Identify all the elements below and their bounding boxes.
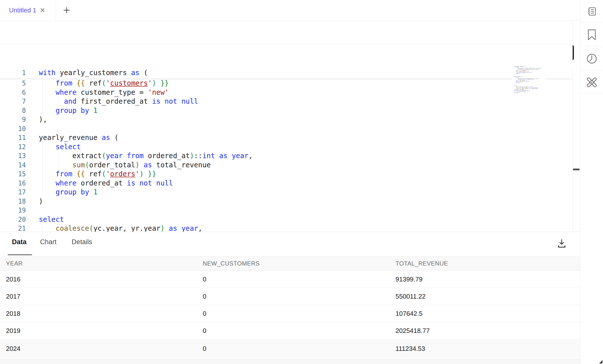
cell-year: 2019: [0, 327, 197, 335]
code-line-18: 18): [0, 197, 573, 206]
cell-year: 2018: [0, 310, 197, 318]
indent-guide: [42, 79, 43, 114]
cell-total-revenue: 111234.53: [390, 345, 580, 353]
code-line-14: 14 sum(order_total) as total_revenue: [0, 161, 573, 170]
app-window: Untitled 1 Develop Run Query completed i…: [0, 0, 603, 364]
code-line-5: 5 from {{ ref('customers') }}: [0, 79, 573, 88]
download-results-button[interactable]: [555, 237, 568, 250]
toolbar: Develop Run: [0, 20, 573, 44]
minimap-content: with yearly_customers as ( select extrac…: [512, 66, 544, 93]
cell-year: 2016: [0, 275, 197, 283]
column-header-total-revenue: TOTAL_REVENUE: [390, 260, 580, 267]
right-icon-sidebar: [580, 0, 603, 364]
code-line-9: 9),: [0, 115, 573, 124]
download-icon: [557, 239, 566, 248]
close-icon[interactable]: [40, 7, 45, 13]
bookmark-icon[interactable]: [580, 23, 603, 47]
cell-new-customers: 0: [197, 327, 390, 335]
active-tab-underline: [8, 254, 32, 255]
panel-divider: [573, 20, 573, 44]
tab-untitled-1[interactable]: Untitled 1: [0, 0, 56, 20]
code-line-8: 8 group by 1: [0, 106, 573, 115]
table-row: 2017 0 550011.22: [0, 288, 580, 305]
code-line-12: 12 select: [0, 142, 573, 152]
code-line-6: 6 where customer_type = 'new': [0, 88, 573, 97]
code-view[interactable]: 5 from {{ ref('customers') }}6 where cus…: [0, 79, 573, 232]
code-line-1: 1with yearly_customers as (: [0, 68, 148, 78]
indent-guide: [42, 140, 43, 194]
indent-guide: [59, 149, 59, 167]
code-line-17: 17 group by 1: [0, 188, 573, 197]
notebook-icon[interactable]: [580, 0, 603, 23]
cell-year: 2017: [0, 293, 197, 300]
column-header-year: YEAR: [0, 260, 197, 267]
cell-total-revenue: 550011.22: [390, 293, 580, 300]
cell-new-customers: 0: [197, 293, 390, 300]
cell-new-customers: 0: [197, 345, 390, 353]
code-line-11: 11yearly_revenue as (: [0, 133, 573, 142]
window-resize-grip[interactable]: [599, 360, 603, 364]
sql-editor[interactable]: 1with yearly_customers as ( 5 from {{ re…: [0, 44, 573, 232]
panel-divider: [573, 68, 573, 232]
code-line-10: 10: [0, 124, 573, 134]
dbt-canvas-icon[interactable]: [580, 71, 603, 94]
code-line-13: 13 extract(year from ordered_at)::int as…: [0, 151, 573, 161]
code-line-16: 16 where ordered_at is not null: [0, 179, 573, 188]
new-tab-button[interactable]: [60, 0, 74, 20]
code-line-15: 15 from {{ ref('orders') }}: [0, 170, 573, 179]
panel-resize-handle[interactable]: [573, 169, 580, 170]
tab-bar: Untitled 1: [0, 0, 580, 20]
cell-total-revenue: 107642.5: [390, 310, 580, 318]
results-table: YEAR NEW_CUSTOMERS TOTAL_REVENUE 2016 0 …: [0, 256, 580, 358]
horizontal-scrollbar-track[interactable]: [0, 359, 580, 364]
code-line-21: 21 coalesce(yc.year, yr.year) as year,: [0, 224, 573, 232]
column-header-new-customers: NEW_CUSTOMERS: [197, 260, 390, 267]
indent-guide: [42, 220, 43, 232]
tab-chart[interactable]: Chart: [40, 238, 56, 246]
table-row: 2019 0 2025418.77: [0, 322, 580, 339]
history-icon[interactable]: [580, 47, 603, 71]
tab-label: Untitled 1: [9, 6, 36, 14]
cell-new-customers: 0: [197, 275, 390, 283]
code-line-20: 20select: [0, 215, 573, 224]
cell-year: 2024: [0, 345, 197, 353]
table-header-row: YEAR NEW_CUSTOMERS TOTAL_REVENUE: [0, 256, 580, 271]
cell-new-customers: 0: [197, 310, 390, 318]
tab-data[interactable]: Data: [12, 238, 27, 246]
cell-total-revenue: 2025418.77: [390, 327, 580, 335]
code-line-7: 7 and first_ordered_at is not null: [0, 97, 573, 106]
table-row: 2018 0 107642.5: [0, 305, 580, 322]
table-row: 2016 0 91399.79: [0, 271, 580, 288]
results-tab-bar: Data Chart Details: [0, 232, 580, 256]
code-line-27: order by 1: [512, 92, 544, 93]
cell-total-revenue: 91399.79: [390, 275, 580, 283]
indent-guide: [59, 96, 59, 105]
table-row: 2024 0 111234.53: [0, 339, 580, 358]
sticky-scroll-line: 1with yearly_customers as (: [0, 67, 573, 79]
tab-details[interactable]: Details: [72, 238, 92, 246]
code-line-19: 19: [0, 206, 573, 215]
editor-minimap[interactable]: with yearly_customers as ( select extrac…: [512, 66, 545, 97]
plus-icon: [63, 6, 70, 14]
